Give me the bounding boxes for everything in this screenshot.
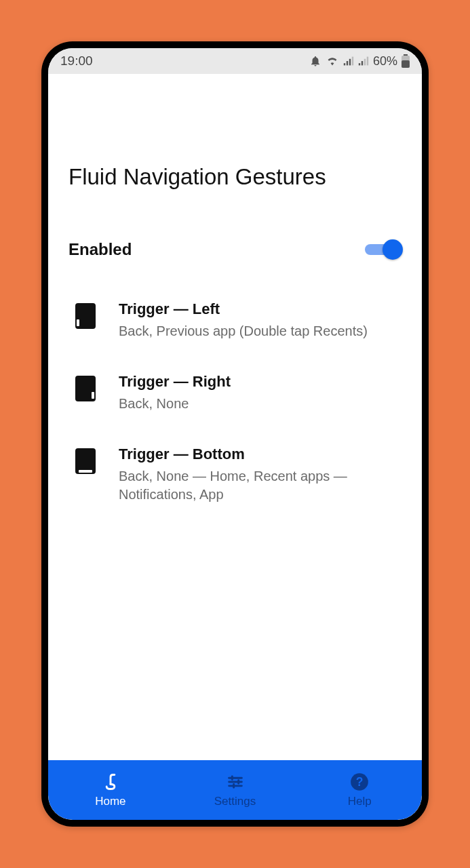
battery-percent: 60%	[373, 54, 397, 68]
trigger-left[interactable]: Trigger — Left Back, Previous app (Doubl…	[68, 300, 402, 340]
svg-rect-5	[361, 61, 363, 65]
svg-rect-8	[404, 54, 408, 56]
trigger-subtitle: Back, None	[119, 395, 402, 413]
main-content: Fluid Navigation Gestures Enabled Trigge…	[48, 74, 422, 760]
battery-icon	[402, 54, 410, 68]
trigger-bottom[interactable]: Trigger — Bottom Back, None — Home, Rece…	[68, 446, 402, 504]
svg-rect-0	[344, 63, 345, 65]
wifi-icon	[326, 56, 339, 66]
screen: 19:00 60% F	[48, 48, 422, 820]
trigger-list: Trigger — Left Back, Previous app (Doubl…	[68, 300, 402, 504]
svg-text:?: ?	[356, 775, 364, 789]
nav-home[interactable]: Home	[48, 760, 173, 820]
svg-rect-6	[364, 59, 366, 66]
trigger-subtitle: Back, None — Home, Recent apps — Notific…	[119, 467, 402, 504]
phone-left-edge-icon	[75, 303, 96, 329]
signal-icon-2	[358, 56, 369, 66]
home-icon	[101, 772, 120, 792]
nav-label: Settings	[214, 795, 256, 808]
trigger-text: Trigger — Right Back, None	[119, 373, 402, 413]
trigger-right[interactable]: Trigger — Right Back, None	[68, 373, 402, 413]
bottom-nav: Home Settings ? Help	[48, 760, 422, 820]
phone-bottom-edge-icon	[75, 448, 96, 474]
svg-rect-3	[352, 57, 353, 66]
svg-rect-1	[347, 61, 348, 65]
enable-label: Enabled	[68, 240, 132, 259]
page-title: Fluid Navigation Gestures	[68, 163, 402, 191]
trigger-text: Trigger — Bottom Back, None — Home, Rece…	[119, 446, 402, 504]
status-bar: 19:00 60%	[48, 48, 422, 74]
svg-rect-10	[402, 60, 410, 68]
enable-switch[interactable]	[365, 239, 402, 260]
status-right: 60%	[309, 54, 410, 68]
nav-settings[interactable]: Settings	[173, 760, 298, 820]
trigger-text: Trigger — Left Back, Previous app (Doubl…	[119, 300, 402, 340]
device-frame: 19:00 60% F	[41, 41, 429, 827]
nav-help[interactable]: ? Help	[297, 760, 422, 820]
status-time: 19:00	[60, 54, 93, 68]
svg-rect-2	[349, 59, 351, 66]
sliders-icon	[226, 772, 245, 792]
phone-right-edge-icon	[75, 376, 96, 401]
trigger-title: Trigger — Left	[119, 300, 402, 318]
trigger-title: Trigger — Right	[119, 373, 402, 391]
alarm-icon	[309, 55, 321, 67]
trigger-subtitle: Back, Previous app (Double tap Recents)	[119, 322, 402, 340]
help-icon: ?	[350, 772, 369, 792]
signal-icon-1	[343, 56, 354, 66]
trigger-title: Trigger — Bottom	[119, 446, 402, 463]
enable-row[interactable]: Enabled	[68, 239, 402, 260]
svg-rect-7	[367, 57, 368, 66]
nav-label: Home	[95, 795, 125, 808]
nav-label: Help	[348, 795, 372, 808]
svg-rect-4	[359, 63, 360, 65]
switch-thumb	[383, 239, 403, 260]
